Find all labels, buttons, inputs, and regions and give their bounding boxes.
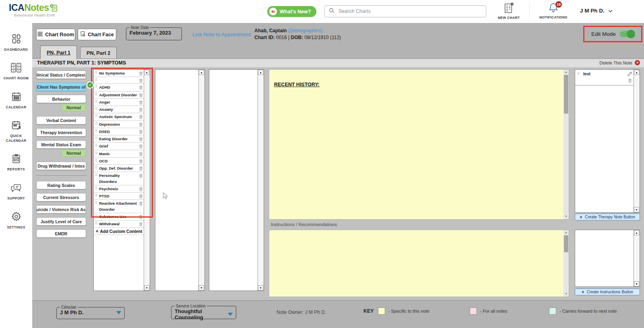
drag-handle-icon[interactable]: ⠿	[95, 71, 97, 75]
edit-mode-toggle[interactable]	[620, 31, 634, 37]
drag-handle-icon[interactable]: ⠿	[95, 151, 97, 155]
new-chart-button[interactable]: NEW CHART	[497, 2, 520, 20]
create-therapy-note-button[interactable]: + Create Therapy Note Button	[575, 214, 640, 220]
trash-icon[interactable]	[139, 201, 143, 206]
instructions-text-area[interactable]: ▲▼	[269, 230, 569, 297]
scroll-down-button[interactable]: ▼	[199, 285, 204, 291]
symptom-row[interactable]: ⠿OCD	[94, 158, 144, 165]
sidebar-item-chart-room[interactable]: CHART ROOM	[0, 62, 32, 81]
symptom-row[interactable]: ⠿Psychosis	[94, 185, 144, 193]
scroll-up-button[interactable]: ▲	[564, 230, 569, 235]
symptom-row[interactable]: ⠿DSED	[94, 128, 144, 135]
drag-handle-icon[interactable]: ⠿	[95, 214, 97, 218]
scrollbar-thumb[interactable]	[564, 235, 568, 252]
chart-face-button[interactable]: Chart Face	[78, 29, 116, 40]
scroll-up-button[interactable]: ▲	[144, 70, 149, 75]
symptom-row[interactable]: ⠿Autistic Spectrum	[94, 113, 144, 120]
scroll-down-button[interactable]: ▼	[258, 285, 263, 291]
user-menu[interactable]: J M Ph D.	[580, 8, 613, 14]
symptom-row[interactable]: ⠿ADHD	[94, 84, 144, 91]
symptom-row[interactable]: ⠿No Symptoms	[94, 70, 144, 77]
trash-icon[interactable]	[139, 107, 143, 112]
left-nav-button[interactable]: Justify Level of Care	[36, 217, 86, 226]
search-charts-input[interactable]	[338, 8, 482, 15]
scroll-up-button[interactable]: ▲	[634, 70, 639, 75]
scroll-up-button[interactable]: ▲	[564, 70, 569, 75]
clinician-dropdown[interactable]: Clinician J M Ph D.	[56, 305, 125, 319]
left-nav-button[interactable]: Rating Scales	[36, 181, 86, 189]
scroll-up-button[interactable]: ▲	[199, 70, 204, 75]
drag-handle-icon[interactable]: ⠿	[95, 158, 97, 162]
left-nav-button[interactable]: Verbal Content	[36, 116, 86, 125]
symptom-row[interactable]: ⠿Substance Use	[94, 213, 144, 220]
drag-handle-icon[interactable]: ⠿	[95, 193, 97, 197]
trash-icon[interactable]	[139, 114, 143, 119]
edit-pencil-icon[interactable]	[627, 71, 632, 78]
notifications-button[interactable]: 19 NOTIFICATIONS	[539, 2, 568, 19]
trash-icon[interactable]	[139, 78, 143, 83]
scrollbar-thumb[interactable]	[564, 75, 568, 114]
trash-icon[interactable]	[139, 151, 143, 156]
service-location-dropdown[interactable]: Service Location Thoughtful Counseling	[171, 304, 236, 319]
drag-handle-icon[interactable]: ⠿	[95, 173, 97, 177]
whats-new-button[interactable]: What's New?	[267, 6, 316, 17]
symptom-row[interactable]: ⠿Reactive Attachment Disorder	[94, 200, 144, 213]
tab-pn-part-2[interactable]: PN, Part 2	[80, 47, 117, 59]
drag-handle-icon[interactable]: ⠿	[95, 129, 97, 133]
trash-icon[interactable]	[139, 158, 143, 164]
trash-icon[interactable]	[139, 143, 143, 149]
drag-handle-icon[interactable]: ⠿	[95, 107, 97, 111]
scroll-down-button[interactable]: ▼	[564, 214, 569, 219]
trash-icon[interactable]	[139, 85, 143, 90]
sidebar-item-dashboard[interactable]: DASHBOARD	[0, 33, 32, 52]
drag-handle-icon[interactable]: ⠿	[95, 221, 97, 225]
symptom-row[interactable]: ⠿Eating Disorder	[94, 135, 144, 143]
instructions-scrollbar[interactable]: ▲▼	[564, 230, 569, 297]
drag-handle-icon[interactable]: ⠿	[95, 201, 97, 205]
trash-icon[interactable]	[139, 214, 143, 219]
drag-handle-icon[interactable]: ⠿	[95, 85, 97, 89]
drag-handle-icon[interactable]: ⠿	[95, 143, 97, 147]
drag-handle-icon[interactable]: ⠿	[95, 92, 97, 96]
trash-icon[interactable]	[628, 78, 632, 83]
symptom-row[interactable]: ⠿Anxiety	[94, 106, 144, 113]
drag-handle-icon[interactable]: ⠿	[95, 114, 97, 118]
scroll-down-button[interactable]: ▼	[564, 292, 569, 296]
trash-icon[interactable]	[139, 71, 143, 76]
scroll-up-button[interactable]: ▲	[258, 70, 263, 75]
right-panel-1-scrollbar[interactable]: ▲▼	[634, 70, 640, 212]
symptom-row[interactable]: ⠿Anger	[94, 99, 144, 106]
sidebar-item-settings[interactable]: SETTINGS	[0, 211, 32, 230]
tab-pn-part-1[interactable]: PN, Part 1	[40, 46, 77, 59]
trash-icon[interactable]	[139, 122, 143, 127]
trash-icon[interactable]	[139, 221, 143, 226]
symptom-panel-scrollbar[interactable]: ▲▼	[144, 70, 150, 291]
left-nav-button[interactable]: Therapy Intervention	[36, 128, 86, 137]
drag-handle-icon[interactable]: ⠿	[95, 166, 97, 170]
symptom-row[interactable]: ⠿	[94, 77, 144, 84]
left-nav-button[interactable]: Clinical Status / Complexi...	[36, 71, 86, 79]
right-panel-2-scrollbar[interactable]: ▲▼	[634, 230, 640, 286]
delete-this-note-button[interactable]: Delete This Note ✕	[599, 60, 640, 65]
trash-icon[interactable]	[139, 166, 143, 171]
trash-icon[interactable]	[139, 92, 143, 98]
symptom-row[interactable]: ⠿Adjustment Disorder	[94, 91, 144, 99]
panel-2-scrollbar[interactable]: ▲▼	[198, 70, 204, 291]
trash-icon[interactable]	[139, 173, 143, 178]
symptom-row[interactable]: ⠿Depression	[94, 121, 144, 128]
sidebar-item-support[interactable]: SUPPORT	[0, 183, 32, 201]
scroll-down-button[interactable]: ▼	[634, 207, 639, 212]
chart-room-button[interactable]: Chart Room	[36, 29, 75, 40]
demographics-link[interactable]: (Demographics)	[288, 28, 322, 33]
symptom-row[interactable]: ⠿PTSD	[94, 193, 144, 200]
left-nav-button[interactable]: Behavior	[36, 95, 86, 103]
left-nav-button[interactable]: Client Has Symptoms of	[36, 83, 86, 91]
therapy-note-button-item[interactable]: ⠿test	[575, 70, 634, 85]
drag-handle-icon[interactable]: ⠿	[577, 72, 580, 76]
symptom-row[interactable]: ⠿Opp. Def. Disorder	[94, 165, 144, 172]
left-nav-button[interactable]: Mental Status Exam	[36, 140, 86, 149]
drag-handle-icon[interactable]: ⠿	[95, 100, 97, 104]
drag-handle-icon[interactable]: ⠿	[95, 186, 97, 190]
scroll-down-button[interactable]: ▼	[634, 281, 639, 286]
create-instructions-button[interactable]: + Create Instructions Button	[575, 289, 640, 295]
